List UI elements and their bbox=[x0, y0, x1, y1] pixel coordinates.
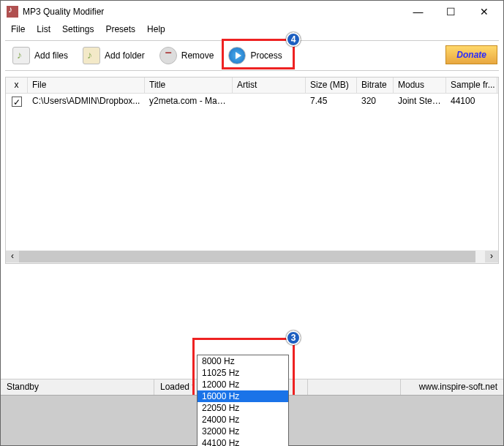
add-files-button[interactable]: Add files bbox=[5, 42, 75, 69]
grid-row[interactable]: ✓ C:\Users\ADMIN\Dropbox... y2meta.com -… bbox=[6, 94, 498, 110]
scroll-right-icon[interactable]: › bbox=[485, 251, 498, 262]
sample-option[interactable]: 16000 Hz bbox=[198, 390, 288, 402]
menu-help[interactable]: Help bbox=[141, 23, 171, 37]
horizontal-scrollbar[interactable]: ‹ › bbox=[6, 250, 498, 263]
row-checkbox[interactable]: ✓ bbox=[12, 97, 22, 107]
sample-dropdown[interactable]: 8000 Hz11025 Hz12000 Hz16000 Hz22050 Hz2… bbox=[197, 355, 289, 446]
add-files-label: Add files bbox=[34, 50, 68, 61]
sample-option[interactable]: 22050 Hz bbox=[198, 402, 288, 414]
cell-bitrate: 320 bbox=[357, 94, 394, 110]
process-button[interactable]: Process bbox=[221, 42, 289, 69]
status-left: Standby bbox=[1, 379, 154, 395]
close-button[interactable]: ✕ bbox=[467, 1, 500, 22]
file-grid: x File Title Artist Size (MB) Bitrate Mo… bbox=[5, 77, 499, 264]
window-title: MP3 Quality Modifier bbox=[23, 7, 402, 17]
menu-list[interactable]: List bbox=[31, 23, 56, 37]
process-label: Process bbox=[250, 50, 282, 61]
sample-option[interactable]: 24000 Hz bbox=[198, 414, 288, 426]
toolbar: Add files Add folder Remove Process Dona… bbox=[5, 40, 499, 71]
grid-header: x File Title Artist Size (MB) Bitrate Mo… bbox=[6, 78, 498, 94]
app-window: MP3 Quality Modifier — ☐ ✕ File List Set… bbox=[0, 0, 504, 446]
cell-modus: Joint Stereo bbox=[394, 94, 446, 110]
menu-presets[interactable]: Presets bbox=[99, 23, 141, 37]
remove-button[interactable]: Remove bbox=[152, 42, 222, 69]
remove-icon bbox=[159, 47, 177, 64]
titlebar: MP3 Quality Modifier — ☐ ✕ bbox=[1, 1, 503, 23]
remove-label: Remove bbox=[181, 50, 214, 61]
menu-settings[interactable]: Settings bbox=[56, 23, 99, 37]
col-artist[interactable]: Artist bbox=[233, 78, 306, 93]
col-file[interactable]: File bbox=[28, 78, 145, 93]
process-icon bbox=[228, 47, 246, 64]
add-folder-icon bbox=[83, 47, 100, 64]
menubar: File List Settings Presets Help bbox=[1, 23, 503, 37]
status-url[interactable]: www.inspire-soft.net bbox=[401, 379, 503, 395]
sample-option[interactable]: 44100 Hz bbox=[198, 437, 288, 446]
cell-artist bbox=[233, 94, 306, 110]
col-modus[interactable]: Modus bbox=[394, 78, 446, 93]
col-sample[interactable]: Sample fr... bbox=[446, 78, 497, 93]
minimize-button[interactable]: — bbox=[402, 1, 435, 22]
menu-file[interactable]: File bbox=[5, 23, 31, 37]
sample-option[interactable]: 32000 Hz bbox=[198, 426, 288, 437]
annotation-badge-4: 4 bbox=[286, 32, 301, 47]
add-folder-label: Add folder bbox=[105, 50, 145, 61]
col-check[interactable]: x bbox=[6, 78, 28, 93]
scroll-left-icon[interactable]: ‹ bbox=[6, 251, 19, 262]
annotation-badge-3: 3 bbox=[286, 330, 301, 345]
col-size[interactable]: Size (MB) bbox=[306, 78, 357, 93]
donate-button[interactable]: Donate bbox=[445, 45, 497, 64]
app-icon bbox=[7, 6, 18, 18]
cell-size: 7.45 bbox=[306, 94, 357, 110]
cell-file: C:\Users\ADMIN\Dropbox... bbox=[28, 94, 145, 110]
status-spacer bbox=[308, 379, 401, 395]
add-files-icon bbox=[12, 47, 30, 64]
col-bitrate[interactable]: Bitrate bbox=[357, 78, 394, 93]
cell-sample: 44100 bbox=[446, 94, 497, 110]
add-folder-button[interactable]: Add folder bbox=[75, 42, 152, 69]
sample-option[interactable]: 11025 Hz bbox=[198, 367, 288, 379]
sample-option[interactable]: 12000 Hz bbox=[198, 379, 288, 390]
cell-title: y2meta.com - Maroo... bbox=[145, 94, 233, 110]
scroll-thumb[interactable] bbox=[19, 251, 475, 262]
sample-option[interactable]: 8000 Hz bbox=[198, 355, 288, 367]
main-surface: MP3 Quality Modifier — ☐ ✕ File List Set… bbox=[1, 1, 503, 395]
maximize-button[interactable]: ☐ bbox=[435, 1, 467, 22]
col-title[interactable]: Title bbox=[145, 78, 233, 93]
